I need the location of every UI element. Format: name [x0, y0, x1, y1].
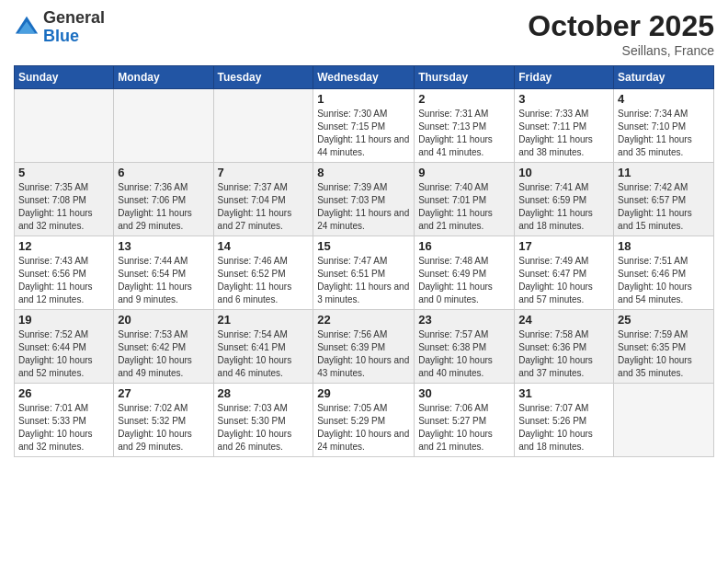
day-info: Sunrise: 7:07 AM Sunset: 5:26 PM Dayligh…: [518, 402, 609, 454]
calendar-cell: 5Sunrise: 7:35 AM Sunset: 7:08 PM Daylig…: [15, 163, 114, 236]
day-info: Sunrise: 7:54 AM Sunset: 6:41 PM Dayligh…: [218, 328, 310, 380]
day-info: Sunrise: 7:46 AM Sunset: 6:52 PM Dayligh…: [218, 255, 310, 306]
header: General Blue October 2025 Seillans, Fran…: [14, 9, 714, 58]
calendar-cell: 31Sunrise: 7:07 AM Sunset: 5:26 PM Dayli…: [515, 384, 614, 457]
day-info: Sunrise: 7:48 AM Sunset: 6:49 PM Dayligh…: [418, 255, 510, 306]
calendar-cell: 20Sunrise: 7:53 AM Sunset: 6:42 PM Dayli…: [114, 310, 213, 384]
day-number: 5: [18, 166, 109, 179]
day-number: 3: [518, 92, 609, 106]
calendar-cell: 8Sunrise: 7:39 AM Sunset: 7:03 PM Daylig…: [313, 163, 415, 236]
day-info: Sunrise: 7:43 AM Sunset: 6:56 PM Dayligh…: [18, 255, 109, 306]
calendar-cell: 22Sunrise: 7:56 AM Sunset: 6:39 PM Dayli…: [313, 310, 415, 384]
day-number: 1: [317, 92, 410, 106]
day-info: Sunrise: 7:06 AM Sunset: 5:27 PM Dayligh…: [418, 402, 510, 454]
calendar-cell: 29Sunrise: 7:05 AM Sunset: 5:29 PM Dayli…: [313, 384, 415, 457]
calendar-week-row: 1Sunrise: 7:30 AM Sunset: 7:15 PM Daylig…: [15, 89, 714, 163]
calendar-cell: 21Sunrise: 7:54 AM Sunset: 6:41 PM Dayli…: [213, 310, 313, 384]
calendar-cell: [213, 89, 313, 163]
logo: General Blue: [14, 9, 105, 46]
day-number: 27: [118, 386, 209, 400]
weekday-header-tuesday: Tuesday: [213, 66, 313, 89]
month-title: October 2025: [528, 9, 714, 43]
day-info: Sunrise: 7:59 AM Sunset: 6:35 PM Dayligh…: [618, 328, 710, 380]
calendar-cell: 16Sunrise: 7:48 AM Sunset: 6:49 PM Dayli…: [415, 236, 515, 310]
day-info: Sunrise: 7:34 AM Sunset: 7:10 PM Dayligh…: [618, 108, 710, 159]
day-info: Sunrise: 7:01 AM Sunset: 5:33 PM Dayligh…: [18, 402, 109, 454]
day-number: 21: [218, 313, 310, 327]
calendar-cell: 28Sunrise: 7:03 AM Sunset: 5:30 PM Dayli…: [213, 384, 313, 457]
weekday-header-saturday: Saturday: [614, 66, 714, 89]
day-number: 24: [518, 313, 609, 327]
day-number: 16: [418, 239, 510, 253]
calendar-cell: 3Sunrise: 7:33 AM Sunset: 7:11 PM Daylig…: [515, 89, 614, 163]
calendar-cell: [614, 384, 714, 457]
day-number: 14: [218, 239, 310, 253]
day-info: Sunrise: 7:02 AM Sunset: 5:32 PM Dayligh…: [118, 402, 209, 454]
day-number: 17: [518, 239, 609, 253]
calendar-cell: 18Sunrise: 7:51 AM Sunset: 6:46 PM Dayli…: [614, 236, 714, 310]
calendar-cell: 24Sunrise: 7:58 AM Sunset: 6:36 PM Dayli…: [515, 310, 614, 384]
calendar-table: SundayMondayTuesdayWednesdayThursdayFrid…: [14, 65, 714, 457]
day-number: 6: [118, 166, 209, 179]
location: Seillans, France: [528, 43, 714, 58]
calendar-cell: 4Sunrise: 7:34 AM Sunset: 7:10 PM Daylig…: [614, 89, 714, 163]
day-info: Sunrise: 7:39 AM Sunset: 7:03 PM Dayligh…: [317, 181, 410, 233]
calendar-cell: 17Sunrise: 7:49 AM Sunset: 6:47 PM Dayli…: [515, 236, 614, 310]
calendar-cell: 2Sunrise: 7:31 AM Sunset: 7:13 PM Daylig…: [415, 89, 515, 163]
weekday-header-row: SundayMondayTuesdayWednesdayThursdayFrid…: [15, 66, 714, 89]
day-number: 8: [317, 166, 410, 179]
day-number: 19: [18, 313, 109, 327]
calendar-cell: 11Sunrise: 7:42 AM Sunset: 6:57 PM Dayli…: [614, 163, 714, 236]
day-info: Sunrise: 7:58 AM Sunset: 6:36 PM Dayligh…: [518, 328, 609, 380]
calendar-cell: [114, 89, 213, 163]
calendar-week-row: 5Sunrise: 7:35 AM Sunset: 7:08 PM Daylig…: [15, 163, 714, 236]
weekday-header-monday: Monday: [114, 66, 213, 89]
day-number: 22: [317, 313, 410, 327]
weekday-header-friday: Friday: [515, 66, 614, 89]
calendar-cell: 27Sunrise: 7:02 AM Sunset: 5:32 PM Dayli…: [114, 384, 213, 457]
day-info: Sunrise: 7:41 AM Sunset: 6:59 PM Dayligh…: [518, 181, 609, 233]
day-number: 25: [618, 313, 710, 327]
calendar-week-row: 12Sunrise: 7:43 AM Sunset: 6:56 PM Dayli…: [15, 236, 714, 310]
logo-text: General Blue: [43, 9, 105, 46]
day-info: Sunrise: 7:36 AM Sunset: 7:06 PM Dayligh…: [118, 181, 209, 233]
calendar-cell: 14Sunrise: 7:46 AM Sunset: 6:52 PM Dayli…: [213, 236, 313, 310]
day-info: Sunrise: 7:30 AM Sunset: 7:15 PM Dayligh…: [317, 108, 410, 159]
calendar-cell: 26Sunrise: 7:01 AM Sunset: 5:33 PM Dayli…: [15, 384, 114, 457]
day-info: Sunrise: 7:31 AM Sunset: 7:13 PM Dayligh…: [418, 108, 510, 159]
day-number: 18: [618, 239, 710, 253]
calendar-cell: 7Sunrise: 7:37 AM Sunset: 7:04 PM Daylig…: [213, 163, 313, 236]
day-info: Sunrise: 7:03 AM Sunset: 5:30 PM Dayligh…: [218, 402, 310, 454]
weekday-header-sunday: Sunday: [15, 66, 114, 89]
calendar-cell: 1Sunrise: 7:30 AM Sunset: 7:15 PM Daylig…: [313, 89, 415, 163]
day-info: Sunrise: 7:53 AM Sunset: 6:42 PM Dayligh…: [118, 328, 209, 380]
day-info: Sunrise: 7:42 AM Sunset: 6:57 PM Dayligh…: [618, 181, 710, 233]
day-number: 15: [317, 239, 410, 253]
calendar-cell: 23Sunrise: 7:57 AM Sunset: 6:38 PM Dayli…: [415, 310, 515, 384]
logo-icon: [14, 15, 40, 40]
day-number: 7: [218, 166, 310, 179]
day-info: Sunrise: 7:52 AM Sunset: 6:44 PM Dayligh…: [18, 328, 109, 380]
day-number: 28: [218, 386, 310, 400]
weekday-header-thursday: Thursday: [415, 66, 515, 89]
calendar-cell: 25Sunrise: 7:59 AM Sunset: 6:35 PM Dayli…: [614, 310, 714, 384]
day-number: 10: [518, 166, 609, 179]
day-info: Sunrise: 7:37 AM Sunset: 7:04 PM Dayligh…: [218, 181, 310, 233]
day-info: Sunrise: 7:05 AM Sunset: 5:29 PM Dayligh…: [317, 402, 410, 454]
calendar-week-row: 26Sunrise: 7:01 AM Sunset: 5:33 PM Dayli…: [15, 384, 714, 457]
day-info: Sunrise: 7:47 AM Sunset: 6:51 PM Dayligh…: [317, 255, 410, 306]
calendar-cell: 12Sunrise: 7:43 AM Sunset: 6:56 PM Dayli…: [15, 236, 114, 310]
day-info: Sunrise: 7:56 AM Sunset: 6:39 PM Dayligh…: [317, 328, 410, 380]
title-block: October 2025 Seillans, France: [528, 9, 714, 58]
day-number: 2: [418, 92, 510, 106]
day-info: Sunrise: 7:57 AM Sunset: 6:38 PM Dayligh…: [418, 328, 510, 380]
calendar-cell: 15Sunrise: 7:47 AM Sunset: 6:51 PM Dayli…: [313, 236, 415, 310]
day-number: 20: [118, 313, 209, 327]
day-info: Sunrise: 7:40 AM Sunset: 7:01 PM Dayligh…: [418, 181, 510, 233]
day-number: 23: [418, 313, 510, 327]
day-number: 30: [418, 386, 510, 400]
calendar-cell: 13Sunrise: 7:44 AM Sunset: 6:54 PM Dayli…: [114, 236, 213, 310]
calendar-cell: 6Sunrise: 7:36 AM Sunset: 7:06 PM Daylig…: [114, 163, 213, 236]
calendar-week-row: 19Sunrise: 7:52 AM Sunset: 6:44 PM Dayli…: [15, 310, 714, 384]
day-info: Sunrise: 7:33 AM Sunset: 7:11 PM Dayligh…: [518, 108, 609, 159]
